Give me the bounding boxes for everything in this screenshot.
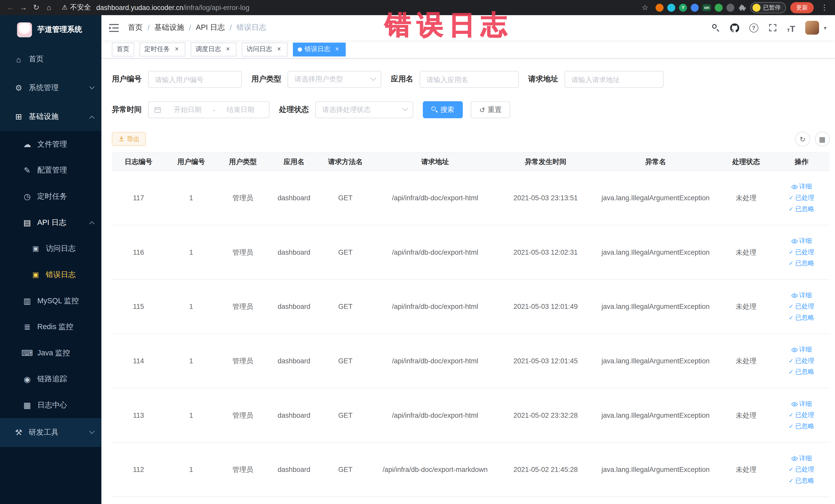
sidebar-item-dev-tools[interactable]: ⚒研发工具 xyxy=(0,418,101,447)
tab-access-log[interactable]: 访问日志× xyxy=(242,42,287,56)
sidebar-item-home[interactable]: ⌂首页 xyxy=(0,45,101,74)
breadcrumb-separator: / xyxy=(230,23,232,32)
github-icon[interactable] xyxy=(730,22,739,33)
search-icon[interactable] xyxy=(712,22,720,33)
detail-link[interactable]: 详细 xyxy=(791,454,812,463)
url-path: /infra/log/api-error-log xyxy=(183,3,249,11)
processed-link[interactable]: ✓已处理 xyxy=(789,302,814,311)
sidebar-item-mysql[interactable]: ▥MySQL 监控 xyxy=(0,287,101,314)
sidebar-item-label: 研发工具 xyxy=(29,428,59,437)
refresh-button[interactable]: ↻ xyxy=(795,132,810,146)
annotation-text: 错误日志 xyxy=(385,7,513,43)
sidebar-item-trace[interactable]: ◉链路追踪 xyxy=(0,366,101,392)
caret-down-icon[interactable]: ▾ xyxy=(824,25,826,31)
extension-green-y-icon[interactable]: Y xyxy=(679,3,687,11)
tab-home[interactable]: 首页 xyxy=(112,42,134,56)
column-settings-button[interactable]: ▦ xyxy=(815,132,830,146)
detail-link[interactable]: 详细 xyxy=(791,291,812,300)
eye-icon xyxy=(791,292,797,299)
breadcrumb-item[interactable]: API 日志 xyxy=(196,23,225,32)
tab-error-log[interactable]: 错误日志× xyxy=(293,42,346,56)
processed-link[interactable]: ✓已处理 xyxy=(789,356,814,365)
sidebar-item-system[interactable]: ⚙系统管理 xyxy=(0,74,101,102)
ignored-link[interactable]: ✓已忽略 xyxy=(789,368,814,377)
sidebar-item-api-log[interactable]: ▤API 日志 xyxy=(0,209,101,236)
table-row: 1151管理员dashboardGET/api/infra/db-doc/exp… xyxy=(112,280,830,334)
tab-close-icon[interactable]: × xyxy=(276,45,283,53)
user-id-input[interactable] xyxy=(148,71,242,88)
reset-button[interactable]: ↺ 重置 xyxy=(471,101,510,118)
cell-time: 2021-05-03 23:13:51 xyxy=(499,194,592,202)
cell-user-id: 1 xyxy=(165,248,217,256)
sidebar-item-redis[interactable]: ≣Redis 监控 xyxy=(0,314,101,340)
detail-link[interactable]: 详细 xyxy=(791,400,812,408)
export-button[interactable]: 导出 xyxy=(112,132,146,146)
browser-menu-icon[interactable]: ⋮ xyxy=(818,3,831,12)
detail-link[interactable]: 详细 xyxy=(791,182,812,191)
sidebar-item-error-log[interactable]: ▣错误日志 xyxy=(0,262,101,288)
ignored-link[interactable]: ✓已忽略 xyxy=(789,476,814,485)
ignored-link[interactable]: ✓已忽略 xyxy=(789,205,814,214)
extension-paw-icon[interactable] xyxy=(727,3,734,11)
detail-link[interactable]: 详细 xyxy=(791,345,812,354)
extension-teal-drop-icon[interactable] xyxy=(667,3,675,11)
breadcrumb-item[interactable]: 基础设施 xyxy=(154,23,184,32)
processed-link[interactable]: ✓已处理 xyxy=(789,193,814,202)
browser-home-icon[interactable]: ⌂ xyxy=(43,3,56,12)
bookmark-star-icon[interactable]: ☆ xyxy=(639,3,651,12)
exception-time-range[interactable]: 开始日期 - 结束日期 xyxy=(148,101,269,118)
sidebar-item-config[interactable]: ✎配置管理 xyxy=(0,157,101,183)
extension-blue-grid-icon[interactable] xyxy=(691,3,699,11)
detail-link[interactable]: 详细 xyxy=(791,237,812,245)
help-icon[interactable]: ? xyxy=(749,23,758,32)
security-chip[interactable]: ⚠ 不安全 xyxy=(62,3,91,12)
sidebar-item-log-center[interactable]: ▦日志中心 xyxy=(0,392,101,418)
sidebar-toggle-icon[interactable] xyxy=(101,24,127,32)
processed-link[interactable]: ✓已处理 xyxy=(789,465,814,474)
update-button[interactable]: 更新 xyxy=(790,2,814,13)
reload-icon[interactable]: ↻ xyxy=(30,3,43,12)
tab-close-icon[interactable]: × xyxy=(173,45,180,53)
profile-paused-badge[interactable]: 已暂停 xyxy=(750,2,786,13)
request-url-input[interactable] xyxy=(565,71,664,88)
sidebar-item-file[interactable]: ☁文件管理 xyxy=(0,131,101,157)
sidebar-item-access-log[interactable]: ▣访问日志 xyxy=(0,236,101,262)
tab-job[interactable]: 定时任务× xyxy=(140,42,185,56)
sidebar-item-job[interactable]: ◷定时任务 xyxy=(0,183,101,209)
url-bar[interactable]: dashboard.yudao.iocoder.cn/infra/log/api… xyxy=(96,3,249,11)
tab-close-icon[interactable]: × xyxy=(333,45,341,53)
search-button[interactable]: 搜索 xyxy=(423,101,463,118)
processed-link[interactable]: ✓已处理 xyxy=(789,248,814,257)
extension-orange-icon[interactable] xyxy=(656,3,664,11)
fullscreen-icon[interactable] xyxy=(768,22,777,33)
forward-icon[interactable]: → xyxy=(17,3,30,12)
ignored-link[interactable]: ✓已忽略 xyxy=(789,313,814,322)
user-avatar[interactable] xyxy=(805,21,819,35)
ignored-link[interactable]: ✓已忽略 xyxy=(789,259,814,268)
menu-api-log-icon: ▤ xyxy=(21,218,33,227)
table-row: 1171管理员dashboardGET/api/infra/db-doc/exp… xyxy=(112,171,830,225)
cell-exception: java.lang.IllegalArgumentException xyxy=(592,411,719,419)
user-type-select[interactable]: 请选择用户类型 xyxy=(287,71,381,88)
back-icon[interactable]: ← xyxy=(4,3,17,12)
extensions-puzzle-icon[interactable] xyxy=(739,4,746,11)
action-label: 已处理 xyxy=(795,193,814,202)
font-size-icon[interactable]: тT xyxy=(787,22,795,33)
action-label: 已处理 xyxy=(795,302,814,311)
processed-link[interactable]: ✓已处理 xyxy=(789,411,814,420)
sidebar-item-infra[interactable]: ⊞基础设施 xyxy=(0,102,101,131)
extension-on-badge-icon[interactable]: on xyxy=(702,4,711,11)
ignored-link[interactable]: ✓已忽略 xyxy=(789,422,814,431)
column-header: 日志编号 xyxy=(112,157,165,166)
cell-user-id: 1 xyxy=(165,465,217,473)
sidebar-item-label: 访问日志 xyxy=(46,244,76,253)
tab-job-log[interactable]: 调度日志× xyxy=(191,42,237,56)
extension-leaf-icon[interactable] xyxy=(715,3,722,11)
breadcrumb-item[interactable]: 首页 xyxy=(128,23,143,32)
sidebar-item-java[interactable]: ⌨Java 监控 xyxy=(0,340,101,366)
app-name-input[interactable] xyxy=(420,71,519,88)
process-status-label: 处理状态 xyxy=(279,105,309,115)
process-status-select[interactable]: 请选择处理状态 xyxy=(315,101,413,118)
tab-close-icon[interactable]: × xyxy=(224,45,231,53)
cell-status: 未处理 xyxy=(719,193,773,203)
